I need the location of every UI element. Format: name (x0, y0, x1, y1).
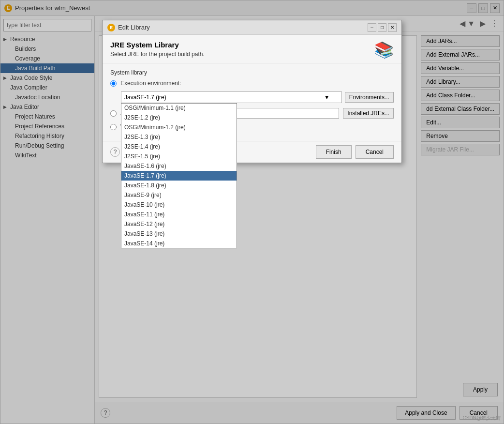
execution-env-row: Execution environment: (110, 80, 394, 87)
main-window: E Properties for wlm_Newest – □ ✕ ▶Resou… (0, 0, 504, 424)
dialog-title: Edit Library (118, 24, 150, 31)
dialog-overlay: E Edit Library – □ ✕ JRE System Library … (0, 0, 504, 424)
execution-env-label: Execution environment: (120, 80, 181, 87)
jre-select-display[interactable]: JavaSE-1.7 (jre) ▼ (121, 91, 342, 103)
jre-option-javase-1.6[interactable]: JavaSE-1.6 (jre) (121, 161, 237, 171)
jre-option-javase-10[interactable]: JavaSE-10 (jre) (121, 200, 237, 210)
dialog-body: System library Execution environment: Ja… (103, 63, 401, 141)
jre-selected-text: JavaSE-1.7 (jre) (124, 94, 166, 101)
dialog-controls: – □ ✕ (368, 23, 397, 32)
jre-option-osgi-min-1.2[interactable]: OSGi/Minimum-1.2 (jre) (121, 122, 237, 132)
jre-option-osgi-min-1.1[interactable]: OSGi/Minimum-1.1 (jre) (121, 103, 237, 113)
dialog-heading: JRE System Library (110, 41, 205, 49)
dialog-header: JRE System Library Select JRE for the pr… (103, 35, 401, 63)
edit-library-dialog: E Edit Library – □ ✕ JRE System Library … (102, 20, 402, 163)
jre-option-javase-14[interactable]: JavaSE-14 (jre) (121, 239, 237, 248)
dialog-close[interactable]: ✕ (388, 23, 397, 32)
jre-option-javase-11[interactable]: JavaSE-11 (jre) (121, 210, 237, 219)
dropdown-arrow-icon: ▼ (324, 94, 330, 101)
jre-option-javase-12[interactable]: JavaSE-12 (jre) (121, 219, 237, 229)
dialog-footer-btns: Finish Cancel (316, 145, 394, 159)
jre-option-j2se-1.4[interactable]: J2SE-1.4 (jre) (121, 142, 237, 151)
dropdown-row: JavaSE-1.7 (jre) ▼ OSGi/Minimum-1.1 (jre… (121, 91, 394, 103)
jre-dropdown[interactable]: OSGi/Minimum-1.1 (jre)J2SE-1.2 (jre)OSGi… (121, 103, 237, 248)
dialog-finish-button[interactable]: Finish (316, 145, 352, 159)
installed-jres-button[interactable]: Installed JREs... (343, 108, 394, 119)
jre-option-j2se-1.5[interactable]: J2SE-1.5 (jre) (121, 151, 237, 161)
dialog-help-icon[interactable]: ? (110, 147, 120, 157)
dialog-cancel-button[interactable]: Cancel (356, 145, 394, 159)
dialog-header-text: JRE System Library Select JRE for the pr… (110, 41, 205, 58)
dialog-title-left: E Edit Library (107, 24, 150, 31)
jre-option-javase-1.8[interactable]: JavaSE-1.8 (jre) (121, 181, 237, 190)
books-icon: 📚 (374, 41, 394, 59)
alternate-jre-radio[interactable] (110, 110, 117, 117)
jre-option-javase-13[interactable]: JavaSE-13 (jre) (121, 229, 237, 239)
dialog-maximize[interactable]: □ (378, 23, 386, 32)
jre-option-javase-9[interactable]: JavaSE-9 (jre) (121, 190, 237, 200)
dialog-subheading: Select JRE for the project build path. (110, 51, 205, 58)
dialog-title-bar: E Edit Library – □ ✕ (103, 20, 401, 35)
jre-option-j2se-1.2[interactable]: J2SE-1.2 (jre) (121, 113, 237, 122)
section-label: System library (110, 69, 394, 76)
jre-select-wrapper: JavaSE-1.7 (jre) ▼ OSGi/Minimum-1.1 (jre… (121, 91, 342, 103)
dialog-icon: E (107, 24, 115, 31)
dialog-minimize[interactable]: – (368, 23, 376, 32)
jre-option-j2se-1.3[interactable]: J2SE-1.3 (jre) (121, 132, 237, 142)
jre-option-javase-1.7[interactable]: JavaSE-1.7 (jre) (121, 171, 237, 181)
environments-button[interactable]: Environments... (345, 92, 394, 103)
workspace-default-radio[interactable] (110, 124, 117, 130)
watermark: CSDN@年少无谓 (463, 415, 501, 422)
execution-env-radio[interactable] (110, 80, 117, 87)
